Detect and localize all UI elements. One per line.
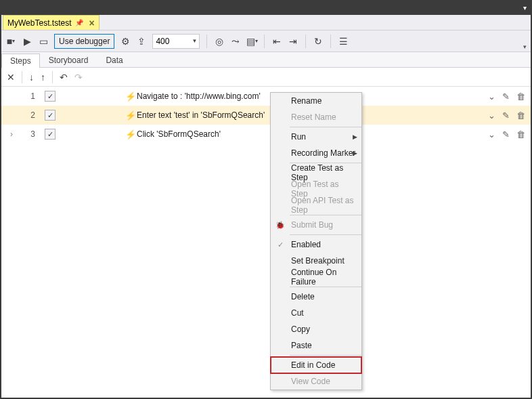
- outdent-icon[interactable]: ⇤: [271, 36, 282, 47]
- step-enable-checkbox[interactable]: ✓: [41, 91, 60, 102]
- speed-value: 400: [156, 37, 169, 46]
- move-up-icon[interactable]: ↑: [41, 72, 45, 83]
- menu-create-test-as-step[interactable]: Create Test as Step: [271, 165, 361, 181]
- menu-open-api-test-as-step: Open API Test as Step: [271, 197, 361, 213]
- edit-icon[interactable]: ✎: [502, 129, 510, 140]
- document-tab[interactable]: MyWebTest.tstest 📌 ×: [3, 15, 99, 30]
- bolt-icon: ⚡: [125, 110, 137, 121]
- undo-icon[interactable]: ↶: [60, 72, 68, 83]
- menu-separator: [290, 215, 361, 215]
- menu-set-breakpoint[interactable]: Set Breakpoint: [271, 253, 361, 269]
- menu-label: Submit Bug: [291, 220, 333, 230]
- step-enable-checkbox[interactable]: ✓: [41, 129, 60, 140]
- menu-run[interactable]: Run▶: [271, 129, 361, 145]
- menu-label: Recording Marker: [291, 148, 355, 158]
- menu-separator: [290, 234, 361, 235]
- check-icon: ✓: [275, 240, 286, 249]
- toolbar-separator: [206, 35, 207, 48]
- refresh-icon[interactable]: ↻: [313, 36, 324, 47]
- target-icon[interactable]: ◎: [214, 36, 225, 47]
- menu-submit-bug: 🐞Submit Bug: [271, 217, 361, 233]
- record-icon[interactable]: ■▾: [5, 36, 16, 47]
- expand-icon[interactable]: ⌄: [488, 129, 495, 140]
- overflow-caret-icon[interactable]: ▾: [523, 43, 527, 50]
- menu-rename[interactable]: Rename: [271, 93, 361, 109]
- menu-delete[interactable]: Delete: [271, 289, 361, 305]
- debugger-toggle[interactable]: Use debugger: [54, 34, 114, 49]
- menu-enabled[interactable]: ✓Enabled: [271, 236, 361, 253]
- step-row[interactable]: 2 ✓ ⚡ Enter text 'test' in 'SbFormQSearc…: [1, 106, 531, 125]
- toolbar-separator: [305, 35, 306, 48]
- steps-grid: 1 ✓ ⚡ Navigate to : 'http://www.bing.com…: [1, 87, 531, 144]
- menu-separator: [290, 127, 361, 127]
- close-icon[interactable]: ×: [89, 18, 94, 28]
- steps-toolbar: ✕ ↓ ↑ ↶ ↷: [1, 68, 531, 87]
- submenu-arrow-icon: ▶: [353, 150, 357, 156]
- trash-icon[interactable]: 🗑: [516, 129, 525, 140]
- bug-icon: 🐞: [275, 221, 286, 230]
- menu-cut[interactable]: Cut: [271, 305, 361, 321]
- main-toolbar: ■▾ ▶ ▭ Use debugger ⚙ ⇪ 400 ▼ ◎ ⤳ ▤▾ ⇤ ⇥…: [1, 30, 531, 51]
- menu-separator: [290, 287, 361, 287]
- trash-icon[interactable]: 🗑: [516, 110, 525, 121]
- submenu-arrow-icon: ▶: [353, 133, 357, 140]
- play-icon[interactable]: ▶: [22, 36, 32, 47]
- indent-icon[interactable]: ⇥: [288, 36, 298, 47]
- layers-icon[interactable]: ▤▾: [246, 36, 257, 47]
- step-number: 2: [22, 110, 41, 120]
- toolbar-separator: [22, 71, 22, 83]
- move-down-icon[interactable]: ↓: [29, 72, 34, 83]
- window-menu-caret-icon[interactable]: ▾: [523, 4, 527, 12]
- speed-input[interactable]: 400 ▼: [152, 34, 200, 49]
- tab-storyboard[interactable]: Storyboard: [40, 53, 97, 67]
- menu-edit-in-code[interactable]: Edit in Code: [271, 357, 361, 373]
- document-tab-row: MyWebTest.tstest 📌 ×: [1, 15, 531, 30]
- delete-step-icon[interactable]: ✕: [7, 72, 15, 83]
- redo-icon[interactable]: ↷: [74, 72, 83, 83]
- trash-icon[interactable]: 🗑: [516, 91, 525, 102]
- chevron-down-icon[interactable]: ▼: [192, 38, 197, 44]
- step-enable-checkbox[interactable]: ✓: [41, 110, 60, 121]
- bolt-icon: ⚡: [125, 91, 137, 102]
- toolbar-separator: [264, 35, 265, 48]
- toolbar-separator: [330, 35, 331, 48]
- step-number: 1: [22, 91, 41, 101]
- menu-reset-name: Reset Name: [271, 109, 361, 125]
- menu-recording-marker[interactable]: Recording Marker▶: [271, 145, 361, 161]
- tab-steps[interactable]: Steps: [1, 54, 40, 68]
- menu-label: Run: [291, 132, 306, 142]
- step-row[interactable]: 1 ✓ ⚡ Navigate to : 'http://www.bing.com…: [1, 87, 531, 106]
- menu-paste[interactable]: Paste: [271, 337, 361, 354]
- document-tab-label: MyWebTest.tstest: [7, 18, 71, 28]
- view-tabs: Steps Storyboard Data: [1, 51, 531, 68]
- pin-icon[interactable]: 📌: [75, 19, 83, 26]
- step-row[interactable]: › 3 ✓ ⚡ Click 'SbFormQSearch' ⌄ ✎ 🗑: [1, 125, 531, 144]
- edit-icon[interactable]: ✎: [502, 91, 510, 102]
- expand-icon[interactable]: ⌄: [488, 110, 495, 121]
- row-gutter[interactable]: ›: [1, 129, 22, 139]
- menu-label: Enabled: [291, 240, 321, 249]
- menu-view-code: View Code: [271, 373, 361, 390]
- edit-icon[interactable]: ✎: [502, 110, 510, 121]
- menu-separator: [290, 355, 361, 356]
- context-menu: Rename Reset Name Run▶ Recording Marker▶…: [270, 92, 362, 390]
- step-number: 3: [22, 129, 41, 139]
- menu-continue-on-failure[interactable]: Continue On Failure: [271, 269, 361, 285]
- window-titlebar: ▾: [1, 1, 531, 15]
- menu-open-test-as-step: Open Test as Step: [271, 181, 361, 197]
- branch-icon[interactable]: ⤳: [230, 36, 241, 47]
- list-icon[interactable]: ☰: [338, 36, 349, 47]
- gear-icon[interactable]: ⚙: [120, 36, 131, 47]
- upload-icon[interactable]: ⇪: [136, 36, 147, 47]
- toolbar-separator: [52, 71, 53, 83]
- bolt-icon: ⚡: [125, 129, 137, 140]
- menu-copy[interactable]: Copy: [271, 321, 361, 337]
- tab-data[interactable]: Data: [97, 53, 131, 67]
- expand-icon[interactable]: ⌄: [488, 91, 495, 102]
- browser-icon[interactable]: ▭: [38, 36, 49, 47]
